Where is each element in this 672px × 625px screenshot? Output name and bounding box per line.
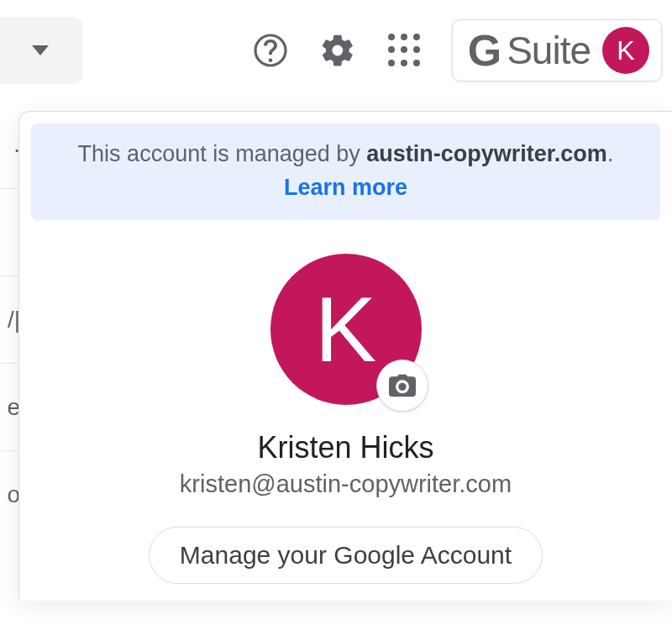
display-name: Kristen Hicks [36, 430, 655, 465]
caret-down-icon [32, 45, 49, 55]
banner-domain: austin-copywriter.com [366, 141, 607, 166]
top-toolbar: G Suite K [0, 0, 672, 101]
avatar-wrap: K [270, 254, 422, 405]
avatar-small: K [602, 27, 649, 74]
gsuite-logo: G Suite [468, 28, 591, 73]
change-photo-button[interactable] [376, 360, 428, 412]
apps-grid-icon [388, 34, 422, 67]
camera-icon [389, 374, 416, 397]
gsuite-suite: Suite [507, 28, 591, 73]
google-apps-button[interactable] [380, 25, 430, 76]
help-button[interactable] [245, 25, 296, 76]
learn-more-link[interactable]: Learn more [48, 172, 643, 202]
banner-suffix: . [607, 141, 614, 166]
gsuite-g: G [468, 29, 501, 72]
banner-prefix: This account is managed by [78, 141, 367, 166]
account-chip[interactable]: G Suite K [452, 19, 662, 81]
manage-account-button[interactable]: Manage your Google Account [149, 527, 543, 584]
input-mode-dropdown[interactable] [0, 17, 82, 84]
gear-icon [319, 32, 356, 69]
settings-button[interactable] [312, 25, 363, 76]
help-icon [252, 32, 289, 69]
managed-account-banner: This account is managed by austin-copywr… [31, 123, 660, 220]
profile-area: K Kristen Hicks kristen@austin-copywrite… [19, 220, 672, 601]
account-popover: This account is managed by austin-copywr… [18, 111, 672, 601]
email-address: kristen@austin-copywriter.com [36, 470, 655, 498]
